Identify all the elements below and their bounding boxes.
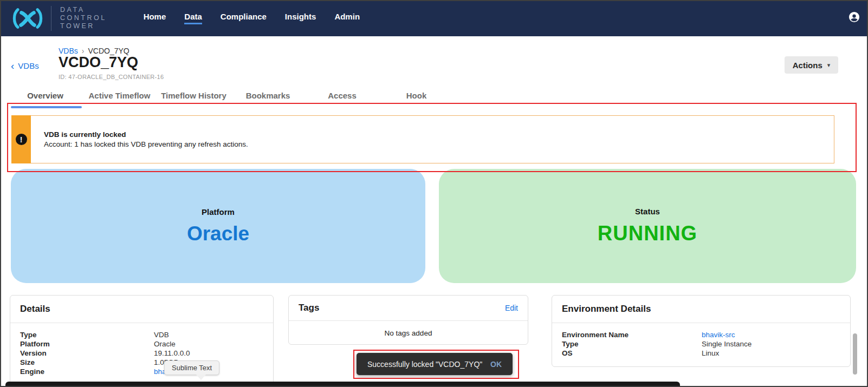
nav-item-insights[interactable]: Insights xyxy=(285,12,316,24)
platform-label: Platform xyxy=(202,207,235,217)
top-navbar: DATA CONTROL TOWER Home Data Compliance … xyxy=(0,0,868,36)
nav-item-home[interactable]: Home xyxy=(144,12,166,24)
status-label: Status xyxy=(635,207,660,216)
detail-label: Engine xyxy=(20,367,154,376)
env-label: OS xyxy=(562,349,702,358)
page-title: VCDO_7YQ xyxy=(59,54,138,71)
nav-item-data[interactable]: Data xyxy=(184,12,202,24)
brand-line: CONTROL xyxy=(60,14,107,22)
detail-value: VDB xyxy=(154,330,169,339)
warning-icon: ! xyxy=(16,134,27,145)
details-card-title: Details xyxy=(20,304,50,314)
detail-row-engine: Engine bhavik- xyxy=(20,367,263,376)
nav-item-compliance[interactable]: Compliance xyxy=(221,12,267,24)
brand-line: TOWER xyxy=(60,22,107,30)
env-value: Linux xyxy=(702,349,719,358)
detail-label: Size xyxy=(20,358,154,367)
tags-empty-text: No tags added xyxy=(299,328,518,337)
detail-value: Oracle xyxy=(154,339,176,349)
detail-label: Type xyxy=(20,330,154,339)
alert-title: VDB is currently locked xyxy=(44,130,248,139)
alert-accent-bar: ! xyxy=(11,115,31,163)
brand-line: DATA xyxy=(60,6,107,14)
platform-card: Platform Oracle xyxy=(11,169,425,283)
lock-success-toast: Successfully locked "VCDO_7YQ" OK xyxy=(357,353,513,375)
tags-card-title: Tags xyxy=(299,303,319,313)
detail-label: Version xyxy=(20,349,154,358)
tags-edit-link[interactable]: Edit xyxy=(505,304,518,312)
environment-details-card: Environment Details Environment Name bha… xyxy=(552,295,851,367)
delphix-x-logo-icon[interactable] xyxy=(11,7,44,30)
vdb-locked-alert: ! VDB is currently locked Account: 1 has… xyxy=(11,115,834,163)
dct-vdb-detail-page: DATA CONTROL TOWER Home Data Compliance … xyxy=(0,0,868,387)
detail-row-platform: Platform Oracle xyxy=(20,339,263,349)
env-row-name: Environment Name bhavik-src xyxy=(562,330,840,339)
env-row-type: Type Single Instance xyxy=(562,339,840,349)
scrollbar-thumb[interactable] xyxy=(853,333,857,375)
actions-button[interactable]: Actions ▾ xyxy=(785,56,838,74)
tab-hook[interactable]: Hook xyxy=(379,91,454,100)
env-row-os: OS Linux xyxy=(562,349,840,358)
back-to-vdbs-link[interactable]: ‹ VDBs xyxy=(11,61,39,70)
status-card: Status RUNNING xyxy=(439,169,856,283)
back-chevron-icon: ‹ xyxy=(11,62,14,70)
actions-label: Actions xyxy=(793,61,822,70)
tab-access[interactable]: Access xyxy=(305,91,379,100)
tab-active-timeflow[interactable]: Active Timeflow xyxy=(82,91,157,100)
toast-ok-button[interactable]: OK xyxy=(490,360,502,369)
tab-timeflow-history[interactable]: Timeflow History xyxy=(157,91,231,100)
tab-overview[interactable]: Overview xyxy=(8,91,82,100)
account-circle-icon[interactable] xyxy=(848,11,860,25)
toast-message: Successfully locked "VCDO_7YQ" xyxy=(367,360,482,369)
chevron-down-icon: ▾ xyxy=(827,62,831,69)
vdb-id-text: ID: 47-ORACLE_DB_CONTAINER-16 xyxy=(59,74,164,80)
nav-item-admin[interactable]: Admin xyxy=(334,12,360,24)
platform-value: Oracle xyxy=(187,222,249,245)
details-card: Details Type VDB Platform Oracle Version… xyxy=(10,295,274,387)
dock-tooltip: Sublime Text xyxy=(164,360,219,375)
detail-label: Platform xyxy=(20,339,154,349)
dock-edge xyxy=(5,382,680,387)
status-value: RUNNING xyxy=(598,222,697,245)
back-label: VDBs xyxy=(18,61,38,70)
tab-bookmarks[interactable]: Bookmarks xyxy=(231,91,305,100)
tags-card: Tags Edit No tags added xyxy=(288,295,528,345)
brand-divider xyxy=(51,6,51,31)
environment-name-link[interactable]: bhavik-src xyxy=(702,330,735,339)
env-value: Single Instance xyxy=(702,339,752,349)
env-label: Type xyxy=(562,339,702,349)
detail-row-version: Version 19.11.0.0.0 xyxy=(20,349,263,358)
main-nav: Home Data Compliance Insights Admin xyxy=(144,12,360,24)
detail-value: 19.11.0.0.0 xyxy=(154,349,190,358)
brand-wordmark: DATA CONTROL TOWER xyxy=(60,6,107,30)
active-tab-underline xyxy=(11,106,82,108)
detail-row-type: Type VDB xyxy=(20,330,263,339)
alert-message: Account: 1 has locked this VDB preventin… xyxy=(44,140,248,148)
detail-tabs: Overview Active Timeflow Timeflow Histor… xyxy=(8,91,454,100)
dock-tooltip-pointer xyxy=(196,375,206,380)
detail-row-size: Size 1.05GB xyxy=(20,358,263,367)
environment-card-title: Environment Details xyxy=(562,304,651,314)
env-label: Environment Name xyxy=(562,330,702,339)
